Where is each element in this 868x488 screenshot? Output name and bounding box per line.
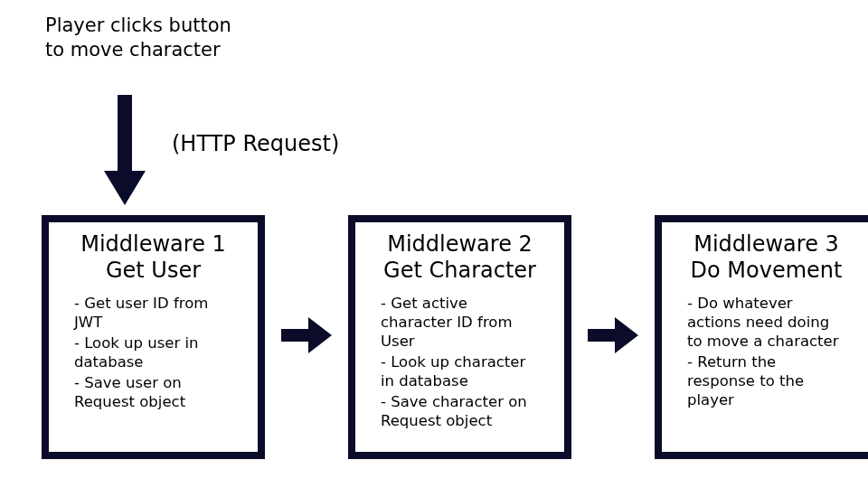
list-item: - Look up character in database bbox=[381, 352, 540, 390]
http-request-label: (HTTP Request) bbox=[172, 131, 339, 156]
list-item: - Look up user in database bbox=[74, 333, 233, 371]
box-title-line2: Do Movement bbox=[691, 258, 843, 283]
svg-rect-2 bbox=[281, 329, 310, 342]
list-item: - Get active character ID from User bbox=[381, 294, 540, 351]
intro-text: Player clicks button to move character bbox=[45, 14, 235, 62]
list-item: - Save user on Request object bbox=[74, 373, 233, 411]
arrow-right-icon bbox=[281, 317, 332, 357]
svg-marker-3 bbox=[308, 317, 332, 353]
box-title-line2: Get Character bbox=[383, 258, 536, 283]
svg-rect-0 bbox=[118, 95, 132, 173]
list-item: - Get user ID from JWT bbox=[74, 294, 233, 332]
box-title-line2: Get User bbox=[106, 258, 201, 283]
box-title-line1: Middleware 3 bbox=[693, 231, 839, 257]
box-list: - Get active character ID from User - Lo… bbox=[364, 294, 545, 431]
svg-marker-5 bbox=[615, 317, 638, 353]
box-title-line1: Middleware 2 bbox=[387, 231, 533, 257]
box-title: Middleware 2 Get Character bbox=[364, 231, 555, 285]
svg-rect-4 bbox=[588, 329, 617, 342]
box-list: - Do whatever actions need doing to move… bbox=[671, 294, 852, 410]
box-title-line1: Middleware 1 bbox=[80, 231, 226, 257]
svg-marker-1 bbox=[104, 171, 146, 205]
box-middleware-3: Middleware 3 Do Movement - Do whatever a… bbox=[655, 215, 868, 459]
arrow-down-icon bbox=[104, 95, 146, 209]
list-item: - Return the response to the player bbox=[687, 352, 846, 409]
box-middleware-2: Middleware 2 Get Character - Get active … bbox=[348, 215, 571, 459]
middleware-flow-row: Middleware 1 Get User - Get user ID from… bbox=[42, 215, 868, 459]
box-list: - Get user ID from JWT - Look up user in… bbox=[58, 294, 239, 412]
list-item: - Do whatever actions need doing to move… bbox=[687, 294, 846, 351]
box-title: Middleware 3 Do Movement bbox=[671, 231, 862, 285]
list-item: - Save character on Request object bbox=[381, 392, 540, 430]
arrow-right-icon bbox=[588, 317, 638, 357]
box-middleware-1: Middleware 1 Get User - Get user ID from… bbox=[42, 215, 265, 459]
box-title: Middleware 1 Get User bbox=[58, 231, 249, 285]
